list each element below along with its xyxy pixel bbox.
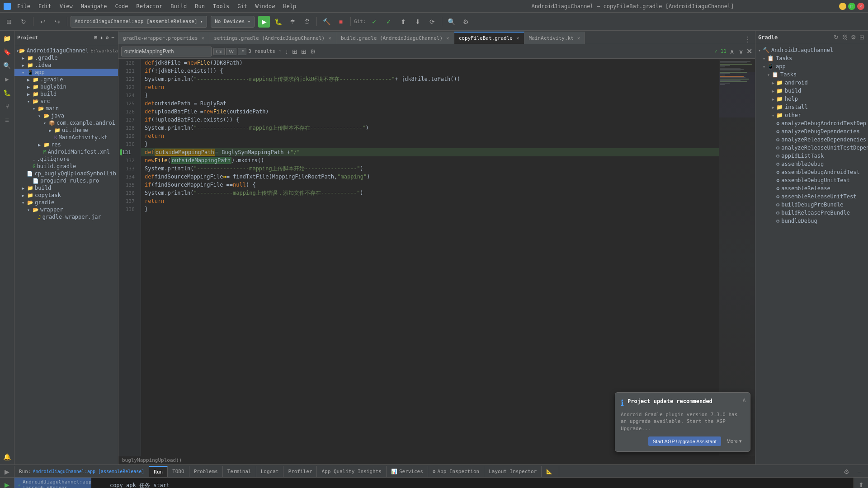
gradle-item-other[interactable]: ▾ 📁 other <box>755 111 868 119</box>
tree-item-root[interactable]: ▾ 📂 AndroidJiaguChannel E:\worksta <box>14 47 118 54</box>
undo-button[interactable]: ↩ <box>37 15 49 28</box>
tab-mainactivity[interactable]: MainActivity.kt ✕ <box>524 32 585 44</box>
menu-help[interactable]: Help <box>279 2 300 10</box>
tab-gradle-wrapper[interactable]: gradle-wrapper.properties ✕ <box>118 32 209 44</box>
menu-run[interactable]: Run <box>191 2 208 10</box>
tree-item-build2[interactable]: ▶ 📁 build <box>14 184 118 192</box>
tree-item-build-gradle[interactable]: G build.gradle <box>14 163 118 170</box>
gradle-item-app-tasks[interactable]: ▾ 📋 Tasks <box>755 70 868 79</box>
git-update-button[interactable]: ⬇ <box>411 15 424 28</box>
gradle-item-bundle-debug[interactable]: ⚙ bundleDebug <box>755 217 868 225</box>
run-configuration-selector[interactable]: AndroidJiaguChannel:app [assembleRelease… <box>71 16 207 28</box>
gradle-item-analyze-debug[interactable]: ⚙ analyzeDebugDependencies <box>755 127 868 136</box>
layout-inspector-tab[interactable]: 📐 <box>542 466 559 477</box>
sync-button[interactable]: ↻ <box>17 15 30 28</box>
gradle-item-build[interactable]: ▶ 📁 build <box>755 87 868 95</box>
search-settings-button[interactable]: ⚙ <box>309 48 317 55</box>
search-input[interactable] <box>121 47 212 56</box>
close-button[interactable]: ✕ <box>857 3 864 10</box>
tree-item-mainactivity[interactable]: K MainActivity.kt <box>14 134 118 141</box>
services-tab[interactable]: ⚙ App Inspection <box>428 466 484 477</box>
git-check-button[interactable]: ✓ <box>368 15 381 28</box>
terminal-tab[interactable]: Terminal <box>223 466 256 477</box>
tab-settings-gradle[interactable]: settings.gradle (AndroidJiaguChannel) ✕ <box>209 32 336 44</box>
gradle-item-install[interactable]: ▶ 📁 install <box>755 103 868 111</box>
tree-item-copytask[interactable]: ▶ 📁 copytask <box>14 192 118 199</box>
project-structure-button[interactable]: ⊞ <box>3 15 15 28</box>
gradle-item-help[interactable]: ▶ 📁 help <box>755 95 868 103</box>
tab-copyfilebat[interactable]: copyFileBat.gradle ✕ <box>454 32 524 44</box>
search-filter-button[interactable]: ⊞ <box>291 48 299 55</box>
gradle-refresh-button[interactable]: ↻ <box>833 33 840 42</box>
gradle-item-tasks[interactable]: ▾ 📋 Tasks <box>755 54 868 62</box>
tree-item-res[interactable]: ▶ 📁 res <box>14 141 118 148</box>
tab-gradle-wrapper-close[interactable]: ✕ <box>202 35 205 41</box>
gradle-item-appidlist[interactable]: ⚙ appIdListTask <box>755 152 868 160</box>
tree-item-uitheme[interactable]: ▶ 📁 ui.theme <box>14 127 118 134</box>
menu-git[interactable]: Git <box>234 2 251 10</box>
gradle-item-assemble-release[interactable]: ⚙ assembleRelease <box>755 184 868 192</box>
run-play-button[interactable]: ▶ <box>2 479 13 488</box>
run-item-main[interactable]: ✓ AndroidJiaguChannel:app [assembleRelea… <box>14 478 91 488</box>
maximize-button[interactable]: □ <box>848 3 855 10</box>
run-side-button[interactable]: ▶ <box>2 466 13 477</box>
gradle-settings-button[interactable]: ⚙ <box>850 33 857 42</box>
notifications-icon[interactable]: 🔔 <box>1 451 13 463</box>
project-toolbar-btn-3[interactable]: ⚙ <box>105 34 110 42</box>
problems-tab[interactable]: Problems <box>189 466 223 477</box>
tab-build-close[interactable]: ✕ <box>446 35 449 41</box>
debug-button[interactable]: 🐛 <box>272 15 284 28</box>
search-everywhere-button[interactable]: 🔍 <box>445 15 458 28</box>
tree-item-wrapper-jar[interactable]: J gradle-wrapper.jar <box>14 213 118 221</box>
app-quality-tab[interactable]: 📊 Services <box>387 466 428 477</box>
panel-settings-button[interactable]: ⚙ <box>841 466 852 477</box>
tab-settings-close[interactable]: ✕ <box>328 35 331 41</box>
gradle-item-assemble-debug-android[interactable]: ⚙ assembleDebugAndroidTest <box>755 168 868 176</box>
search-prev-button[interactable]: ↑ <box>277 48 283 55</box>
project-icon[interactable]: 📁 <box>1 33 13 44</box>
search-expand-button[interactable]: ⊞ <box>300 48 308 55</box>
menu-window[interactable]: Window <box>252 2 278 10</box>
git-push-button[interactable]: ⬆ <box>397 15 410 28</box>
stop-button[interactable]: ■ <box>335 15 347 28</box>
tree-item-java[interactable]: ▾ 📂 java <box>14 112 118 119</box>
menu-edit[interactable]: Edit <box>35 2 55 10</box>
search-down-nav[interactable]: ∨ <box>737 48 745 55</box>
minimize-button[interactable]: − <box>839 3 846 10</box>
todo-tab[interactable]: TODO <box>168 466 189 477</box>
menu-navigate[interactable]: Navigate <box>77 2 111 10</box>
tree-item-app[interactable]: ▾ 📱 app <box>14 69 118 76</box>
tree-item-main[interactable]: ▾ 📂 main <box>14 105 118 112</box>
project-toolbar-btn-1[interactable]: ⊞ <box>94 34 99 42</box>
git-history-button[interactable]: ⟳ <box>426 15 439 28</box>
tree-item-wrapper[interactable]: ▾ 📂 wrapper <box>14 206 118 213</box>
tree-item-proguard[interactable]: 📄 proguard-rules.pro <box>14 177 118 184</box>
menu-build[interactable]: Build <box>167 2 190 10</box>
gradle-item-assemble-release-unit[interactable]: ⚙ assembleReleaseUnitTest <box>755 192 868 201</box>
build-tab[interactable]: Profiler <box>283 466 317 477</box>
profiler-tab[interactable]: App Quality Insights <box>317 466 386 477</box>
gradle-item-analyze-release-unit[interactable]: ⚙ analyzeReleaseUnitTestDepend <box>755 144 868 152</box>
profile-button[interactable]: ⏱ <box>301 15 313 28</box>
debug-icon[interactable]: 🐛 <box>1 87 13 99</box>
gradle-item-android[interactable]: ▶ 📁 android <box>755 79 868 87</box>
structure-icon[interactable]: ≡ <box>1 114 13 126</box>
project-toolbar-btn-2[interactable]: ↕ <box>99 34 104 42</box>
gradle-item-build-debug-bundle[interactable]: ⚙ buildDebugPreBundle <box>755 201 868 209</box>
tree-item-cpbugly[interactable]: 📄 cp_buglyQqUploadSymbolLib <box>14 170 118 177</box>
gradle-item-app[interactable]: ▾ 📱 app <box>755 62 868 70</box>
logcat-tab[interactable]: Logcat <box>256 466 284 477</box>
gradle-expand-button[interactable]: ⊞ <box>859 33 865 42</box>
menu-refactor[interactable]: Refactor <box>132 2 166 10</box>
git-icon[interactable]: ⑂ <box>1 100 13 112</box>
device-selector[interactable]: No Devices ▾ <box>211 16 255 28</box>
run-icon[interactable]: ▶ <box>1 73 13 85</box>
project-toolbar-btn-4[interactable]: − <box>110 34 115 42</box>
find-icon[interactable]: 🔍 <box>1 60 13 71</box>
tree-item-gradle-root[interactable]: ▶ 📁 .gradle <box>14 54 118 61</box>
run-output-tab[interactable]: Run <box>149 466 168 477</box>
search-close-button[interactable]: ✕ <box>746 47 752 56</box>
git-commit-button[interactable]: ✓ <box>382 15 395 28</box>
notification-more-button[interactable]: More ▾ <box>724 436 745 446</box>
app-inspection-tab[interactable]: Layout Inspector <box>484 466 542 477</box>
